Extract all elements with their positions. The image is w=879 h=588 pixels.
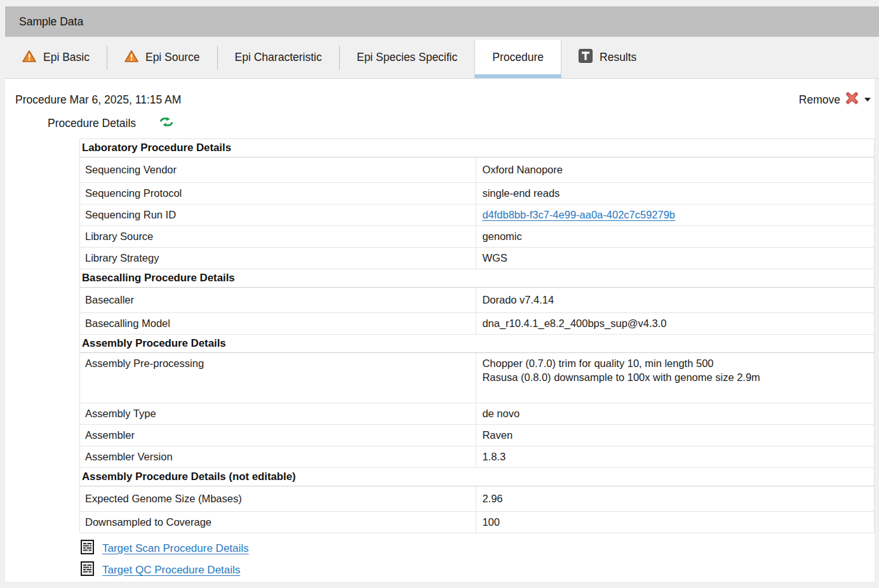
- row-value: genomic: [476, 226, 875, 248]
- row-label: Assembly Type: [80, 403, 476, 425]
- tab-epi-basic[interactable]: Epi Basic: [5, 37, 107, 79]
- remove-label: Remove: [799, 93, 840, 107]
- procedure-header-title: Procedure Mar 6, 2025, 11:15 AM: [15, 93, 181, 107]
- row-value: de novo: [476, 403, 875, 425]
- table-row: Library Source genomic: [80, 226, 875, 248]
- table-row: Assembly Pre-processing Chopper (0.7.0) …: [80, 353, 875, 403]
- procedure-details-table: Laboratory Procedure Details Sequencing …: [79, 138, 875, 533]
- tab-label: Results: [600, 51, 636, 64]
- row-value-line2: Rasusa (0.8.0) downsample to 100x with g…: [482, 371, 869, 384]
- procedure-details-label: Procedure Details: [48, 117, 136, 130]
- row-value: 2.96: [476, 486, 875, 512]
- warning-icon: [22, 50, 36, 65]
- table-row: Sequencing Vendor Oxford Nanopore: [80, 157, 875, 183]
- tab-label: Epi Source: [145, 51, 200, 64]
- window-titlebar: Sample Data: [5, 6, 879, 37]
- row-label: Assembler: [80, 425, 476, 446]
- row-label: Basecaller: [80, 288, 476, 313]
- row-value: Dorado v7.4.14: [476, 288, 875, 313]
- procedure-links: Target Scan Procedure Details Target QC …: [81, 538, 875, 581]
- row-label: Downsampled to Coverage: [80, 512, 476, 533]
- tab-epi-characteristic[interactable]: Epi Characteristic: [218, 37, 339, 79]
- row-value: dna_r10.4.1_e8.2_400bps_sup@v4.3.0: [476, 313, 875, 335]
- row-value: 100: [476, 512, 875, 533]
- section-header-row: Laboratory Procedure Details: [80, 139, 875, 157]
- target-scan-procedure-link[interactable]: Target Scan Procedure Details: [102, 542, 249, 555]
- target-qc-procedure-link[interactable]: Target QC Procedure Details: [102, 564, 240, 577]
- red-x-icon: [845, 91, 859, 108]
- section-header-row: Assembly Procedure Details: [80, 335, 875, 353]
- tab-procedure[interactable]: Procedure: [474, 40, 561, 78]
- table-row: Basecalling Model dna_r10.4.1_e8.2_400bp…: [80, 313, 875, 335]
- target-qc-link-row: Target QC Procedure Details: [81, 559, 875, 581]
- warning-icon: [124, 50, 138, 65]
- section-title: Assembly Procedure Details (not editable…: [80, 468, 875, 486]
- tab-label: Epi Species Specific: [357, 51, 458, 64]
- tab-label: Epi Characteristic: [235, 51, 322, 64]
- table-row: Assembly Type de novo: [80, 403, 875, 425]
- row-value: Oxford Nanopore: [476, 157, 875, 183]
- table-row: Assembler Raven: [80, 425, 875, 446]
- table-row: Assembler Version 1.8.3: [80, 446, 875, 468]
- tab-label: Epi Basic: [43, 51, 90, 64]
- section-header-row: Basecalling Procedure Details: [80, 269, 875, 288]
- section-title: Assembly Procedure Details: [80, 335, 875, 353]
- row-value: 1.8.3: [476, 446, 875, 468]
- details-form-icon[interactable]: [81, 561, 94, 579]
- tab-epi-species-specific[interactable]: Epi Species Specific: [340, 37, 475, 79]
- sample-data-panel: Sample Data Epi Basic Epi Source Epi Cha…: [5, 6, 879, 582]
- row-value: Chopper (0.7.0) trim for quality 10, min…: [476, 353, 875, 403]
- table-row: Downsampled to Coverage 100: [80, 512, 875, 533]
- section-title: Basecalling Procedure Details: [80, 269, 875, 288]
- target-scan-link-row: Target Scan Procedure Details: [81, 538, 875, 559]
- sync-arrows-icon[interactable]: [159, 117, 174, 130]
- row-label: Sequencing Protocol: [80, 183, 476, 204]
- section-header-row: Assembly Procedure Details (not editable…: [80, 468, 875, 486]
- row-label: Assembly Pre-processing: [80, 353, 476, 403]
- tab-epi-source[interactable]: Epi Source: [107, 37, 217, 79]
- sequencing-run-id-link[interactable]: d4fdb8bb-f3c7-4e99-aa0a-402c7c59279b: [482, 209, 675, 220]
- section-title: Laboratory Procedure Details: [80, 139, 875, 157]
- details-form-icon[interactable]: [81, 540, 94, 558]
- table-row: Library Strategy WGS: [80, 248, 875, 269]
- row-label: Library Source: [80, 226, 476, 248]
- row-value: WGS: [476, 248, 875, 269]
- remove-procedure-button[interactable]: Remove: [799, 91, 871, 108]
- table-row: Expected Genome Size (Mbases) 2.96: [80, 486, 875, 512]
- tab-bar: Epi Basic Epi Source Epi Characteristic …: [5, 37, 879, 79]
- procedure-header-row: Procedure Mar 6, 2025, 11:15 AM Remove: [5, 79, 875, 108]
- row-value: Raven: [476, 425, 875, 446]
- table-row: Sequencing Run ID d4fdb8bb-f3c7-4e99-aa0…: [80, 204, 875, 226]
- dropdown-caret-icon[interactable]: [864, 98, 871, 102]
- row-label: Basecalling Model: [80, 313, 476, 335]
- procedure-tab-content: Procedure Mar 6, 2025, 11:15 AM Remove P…: [5, 79, 875, 582]
- row-label: Sequencing Vendor: [80, 157, 476, 183]
- row-label: Expected Genome Size (Mbases): [80, 486, 476, 512]
- table-row: Sequencing Protocol single-end reads: [80, 183, 875, 204]
- window-title: Sample Data: [19, 15, 83, 29]
- procedure-details-row: Procedure Details: [48, 117, 875, 130]
- row-label: Sequencing Run ID: [80, 204, 476, 226]
- row-label: Assembler Version: [80, 446, 476, 468]
- row-value-line1: Chopper (0.7.0) trim for quality 10, min…: [482, 357, 713, 369]
- row-label: Library Strategy: [80, 248, 476, 269]
- tab-results[interactable]: Results: [561, 37, 654, 79]
- letter-t-icon: [579, 49, 593, 66]
- table-row: Basecaller Dorado v7.4.14: [80, 288, 875, 313]
- row-value: single-end reads: [476, 183, 875, 204]
- tab-label: Procedure: [492, 51, 544, 64]
